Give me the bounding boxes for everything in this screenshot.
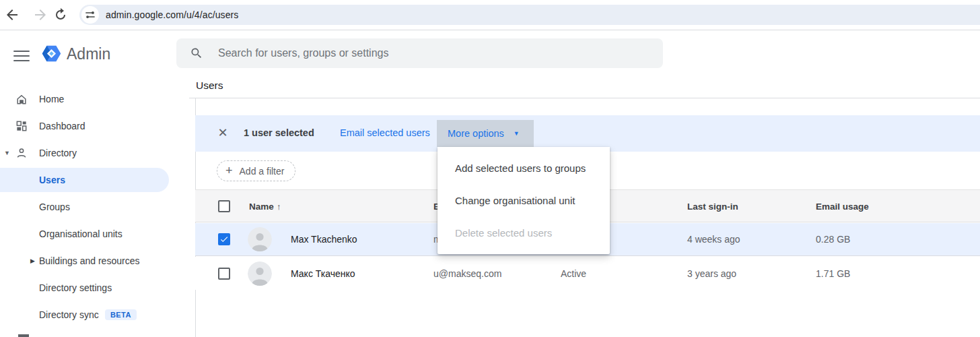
- email-selected-users-button[interactable]: Email selected users: [340, 127, 430, 138]
- row-checkbox-checked[interactable]: [218, 233, 230, 245]
- collapse-caret-icon[interactable]: ▼: [4, 150, 10, 156]
- add-filter-button[interactable]: + Add a filter: [217, 160, 295, 181]
- sort-ascending-icon[interactable]: ↑: [277, 201, 281, 211]
- row-checkbox[interactable]: [218, 268, 230, 280]
- app-title: Admin: [67, 45, 110, 63]
- menu-hamburger-icon[interactable]: [13, 47, 30, 59]
- more-options-menu: Add selected users to groups Change orga…: [438, 147, 610, 254]
- sidebar-item-home[interactable]: Home: [0, 86, 195, 113]
- add-filter-label: Add a filter: [240, 166, 285, 177]
- sidebar-item-label: Groups: [39, 202, 70, 212]
- sidebar-item-users[interactable]: Users: [0, 166, 195, 193]
- column-header-email-usage: Email usage: [816, 201, 869, 211]
- sidebar-item-dashboard[interactable]: Dashboard: [0, 113, 195, 140]
- menu-item-change-org-unit[interactable]: Change organisational unit: [438, 184, 610, 216]
- selection-count: 1 user selected: [244, 127, 314, 138]
- avatar: [248, 227, 272, 251]
- search-bar[interactable]: [176, 38, 663, 68]
- address-bar[interactable]: admin.google.com/u/4/ac/users: [79, 5, 980, 25]
- sidebar-item-label: Organisational units: [39, 228, 123, 239]
- user-email: u@makseq.com: [433, 268, 501, 279]
- chevron-down-icon: ▼: [514, 130, 520, 137]
- plus-icon: +: [225, 164, 233, 178]
- screen: admin.google.com/u/4/ac/users Admin User…: [0, 0, 980, 337]
- sidebar-item-label: Buildings and resources: [39, 255, 139, 266]
- user-last-sign-in: 4 weeks ago: [687, 234, 740, 245]
- dashboard-icon: [15, 119, 28, 133]
- menu-item-delete-users: Delete selected users: [438, 216, 610, 249]
- expand-caret-icon[interactable]: ▶: [30, 257, 35, 264]
- search-icon: [190, 47, 203, 60]
- sidebar-item-groups[interactable]: Groups: [0, 193, 195, 220]
- clear-selection-icon[interactable]: ✕: [215, 125, 230, 140]
- user-email-usage: 1.71 GB: [816, 268, 850, 279]
- home-icon: [15, 92, 28, 106]
- url-text: admin.google.com/u/4/ac/users: [106, 9, 238, 20]
- sidebar-item-directory-sync[interactable]: Directory sync BETA: [0, 301, 195, 328]
- person-icon: [15, 146, 28, 160]
- forward-icon[interactable]: [32, 7, 48, 23]
- sidebar-item-label: Dashboard: [39, 121, 85, 131]
- menu-item-add-to-groups[interactable]: Add selected users to groups: [438, 152, 610, 184]
- back-icon[interactable]: [4, 7, 20, 23]
- sidebar-item-directory-settings[interactable]: Directory settings: [0, 274, 195, 301]
- more-options-label: More options: [448, 128, 504, 139]
- table-row[interactable]: Макс Ткаченко u@makseq.com Active 3 year…: [195, 257, 980, 290]
- sidebar-item-directory[interactable]: ▼ Directory: [0, 140, 195, 166]
- site-settings-icon[interactable]: [81, 6, 99, 24]
- check-icon: [219, 235, 229, 244]
- sidebar-item-label: Users: [39, 175, 65, 185]
- sidebar-item-label: Home: [39, 94, 64, 104]
- avatar: [248, 262, 272, 286]
- select-all-checkbox[interactable]: [218, 200, 230, 212]
- sidebar-item-label: Directory: [39, 148, 77, 158]
- sidebar-nav: Home Dashboard ▼ Directory Users Groups …: [0, 86, 195, 328]
- divider: [189, 98, 980, 98]
- user-email-usage: 0.28 GB: [816, 234, 850, 245]
- column-header-last-sign-in: Last sign-in: [687, 201, 738, 211]
- admin-logo-icon: [40, 42, 63, 65]
- search-input[interactable]: [218, 47, 635, 59]
- browser-toolbar: admin.google.com/u/4/ac/users: [0, 0, 980, 30]
- sidebar-item-organisational-units[interactable]: Organisational units: [0, 220, 195, 247]
- column-header-name[interactable]: Name: [249, 201, 274, 211]
- page-title: Users: [196, 80, 223, 92]
- reload-icon[interactable]: [53, 7, 69, 23]
- user-name: Max Tkachenko: [291, 234, 357, 245]
- more-options-button[interactable]: More options ▼: [437, 120, 534, 147]
- user-name: Макс Ткаченко: [291, 268, 355, 279]
- sidebar-item-partial-icon: [18, 334, 29, 337]
- sidebar-item-label: Directory sync: [39, 309, 99, 320]
- beta-badge: BETA: [105, 309, 137, 320]
- sidebar-item-label: Directory settings: [39, 282, 112, 293]
- user-status: Active: [561, 268, 586, 279]
- user-last-sign-in: 3 years ago: [687, 268, 736, 279]
- sidebar-item-buildings-and-resources[interactable]: ▶ Buildings and resources: [0, 247, 195, 274]
